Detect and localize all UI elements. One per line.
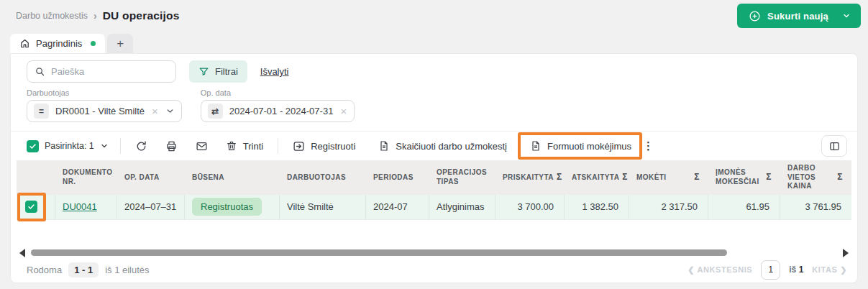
row-checkbox[interactable] — [25, 201, 37, 213]
horizontal-scrollbar — [18, 248, 850, 258]
filters-button[interactable]: Filtrai — [189, 60, 247, 83]
op-date-filter-value: 2024-07-01 - 2024-07-31 — [229, 106, 334, 116]
refresh-button[interactable] — [132, 138, 150, 155]
search-icon — [35, 66, 45, 77]
header-priskaityta[interactable]: PRISKAITYTA Σ — [495, 160, 565, 195]
op-date-filter: Op. data ⇄ 2024-07-01 - 2024-07-31 × — [201, 88, 355, 122]
home-icon — [19, 38, 30, 49]
sum-icon[interactable]: Σ — [837, 172, 846, 183]
employee-filter-value: DR0001 - Viltė Smiltė — [55, 106, 145, 116]
header-checkbox-cell — [17, 160, 55, 195]
select-all-checkbox[interactable] — [27, 140, 39, 152]
next-page-button[interactable]: KITAS ❯ — [812, 265, 847, 275]
header-periodas[interactable]: PERIODAS — [366, 160, 429, 195]
selected-count-label: Pasirinkta: 1 — [45, 141, 94, 151]
search-input[interactable] — [51, 66, 178, 77]
more-actions-kebab-icon[interactable]: ⋮ — [639, 138, 658, 154]
toolbar-divider — [278, 138, 278, 154]
previous-page-button[interactable]: ❮ ANKSTESNIS — [687, 265, 752, 275]
header-moketi[interactable]: MOKĖTI Σ — [629, 160, 708, 195]
employee-filter: Darbuotojas = DR0001 - Viltė Smiltė × — [27, 88, 182, 122]
page-of-label: iš 1 — [789, 265, 803, 275]
calculate-payroll-button[interactable]: Skaičiuoti darbo užmokestį — [375, 138, 510, 154]
employee-filter-control[interactable]: = DR0001 - Viltė Smiltė × — [27, 100, 182, 122]
header-atskaityta[interactable]: ATSKAITYTA Σ — [565, 160, 629, 195]
header-busena[interactable]: BŪSENA — [185, 160, 280, 195]
header-dokumento-nr[interactable]: DOKUMENTO NR. — [55, 160, 117, 195]
register-button[interactable]: Registruoti — [290, 138, 358, 155]
scroll-left-arrow-icon[interactable] — [19, 249, 25, 257]
cell-op-date: 2024–07–31 — [117, 195, 185, 219]
column-settings-button[interactable] — [821, 135, 847, 157]
header-operacijos-tipas[interactable]: OPERACIJOS TIPAS — [429, 160, 495, 195]
cell-status: Registruotas — [185, 195, 280, 219]
chevron-down-icon[interactable] — [165, 106, 175, 116]
header-op-data[interactable]: OP. DATA — [117, 160, 185, 195]
sum-icon[interactable]: Σ — [766, 172, 775, 183]
top-bar: Darbo užmokestis › DU operacijos Sukurti… — [0, 0, 868, 33]
mail-button[interactable] — [193, 138, 211, 155]
funnel-icon — [198, 66, 209, 77]
selection-group: Pasirinkta: 1 — [27, 140, 109, 152]
breadcrumb-parent[interactable]: Darbo užmokestis — [16, 11, 88, 21]
clear-op-date-icon[interactable]: × — [339, 106, 347, 116]
chevron-down-icon — [842, 12, 851, 20]
search-row: Filtrai Išvalyti — [11, 54, 857, 83]
sum-icon[interactable]: Σ — [694, 172, 703, 183]
range-operator-icon[interactable]: ⇄ — [208, 104, 223, 119]
header-darbo-vietos-kaina[interactable]: DARBO VIETOS KAINA Σ — [780, 160, 851, 195]
current-page-box[interactable]: 1 — [761, 260, 780, 280]
toolbar-divider — [120, 138, 121, 154]
header-imones-mokesciai[interactable]: ĮMONĖS MOKESČIAI Σ — [708, 160, 780, 195]
employee-filter-label: Darbuotojas — [27, 88, 182, 97]
equals-operator-icon[interactable]: = — [34, 104, 49, 119]
create-new-button[interactable]: Sukurti naują — [737, 4, 861, 28]
cell-imones-mokesciai: 61.95 — [708, 195, 780, 219]
table-toolbar: Pasirinkta: 1 — [11, 131, 857, 160]
form-payments-button[interactable]: Formuoti mokėjimus — [527, 138, 634, 154]
clear-employee-icon[interactable]: × — [151, 106, 159, 116]
delete-button[interactable]: Trinti — [223, 138, 266, 154]
scroll-right-arrow-icon[interactable] — [843, 249, 849, 257]
showing-label: Rodoma — [27, 265, 62, 275]
trash-icon — [226, 140, 237, 152]
cell-employee: Viltė Smiltė — [280, 195, 366, 219]
op-date-filter-label: Op. data — [201, 88, 355, 97]
op-date-filter-control[interactable]: ⇄ 2024-07-01 - 2024-07-31 × — [201, 100, 355, 122]
scrollbar-thumb[interactable] — [31, 249, 727, 256]
form-payments-label: Formuoti mokėjimus — [547, 141, 631, 152]
tab-label: Pagrindinis — [36, 38, 82, 49]
rows-summary: Rodoma 1 - 1 iš 1 eilutės — [27, 262, 150, 277]
filters-label: Filtrai — [215, 66, 238, 77]
rows-range: 1 - 1 — [68, 262, 99, 277]
add-tab-button[interactable]: + — [107, 34, 133, 53]
tab-pagrindinis[interactable]: Pagrindinis — [10, 34, 105, 53]
tab-bar: Pagrindinis + — [10, 34, 133, 53]
cell-period: 2024-07 — [366, 195, 429, 219]
plus-circle-icon — [749, 10, 761, 22]
page-title: DU operacijos — [103, 9, 180, 22]
sum-icon[interactable]: Σ — [557, 172, 565, 183]
cell-operation-type: Atlyginimas — [429, 195, 495, 219]
cell-moketi: 2 317.50 — [629, 195, 708, 219]
breadcrumb: Darbo užmokestis › DU operacijos — [16, 9, 180, 22]
toolbar-action-group: Registruoti Skaičiuoti darbo užmokestį — [290, 138, 634, 155]
document-link[interactable]: DU0041 — [63, 201, 97, 212]
cell-darbo-vietos-kaina: 3 761.95 — [780, 195, 851, 219]
breadcrumb-separator: › — [93, 10, 97, 22]
main-panel: Filtrai Išvalyti Darbuotojas = DR0001 - … — [10, 53, 858, 283]
chevron-down-icon[interactable] — [100, 142, 109, 150]
table-row[interactable]: DU0041 2024–07–31 Registruotas Viltė Smi… — [17, 195, 851, 220]
status-badge: Registruotas — [192, 198, 262, 216]
create-new-label: Sukurti naują — [767, 11, 828, 22]
print-button[interactable] — [163, 138, 181, 155]
clear-filters-link[interactable]: Išvalyti — [260, 66, 289, 77]
box-arrow-icon — [293, 140, 305, 152]
cell-atskaityta: 1 382.50 — [565, 195, 629, 219]
header-darbuotojas[interactable]: DARBUOTOJAS — [280, 160, 366, 195]
pagination: ❮ ANKSTESNIS 1 iš 1 KITAS ❯ — [687, 260, 847, 280]
document-icon — [530, 140, 542, 152]
cell-priskaityta: 3 700.00 — [495, 195, 565, 219]
filter-fields-row: Darbuotojas = DR0001 - Viltė Smiltė × Op… — [11, 83, 857, 131]
cell-doc-nr: DU0041 — [55, 195, 117, 219]
